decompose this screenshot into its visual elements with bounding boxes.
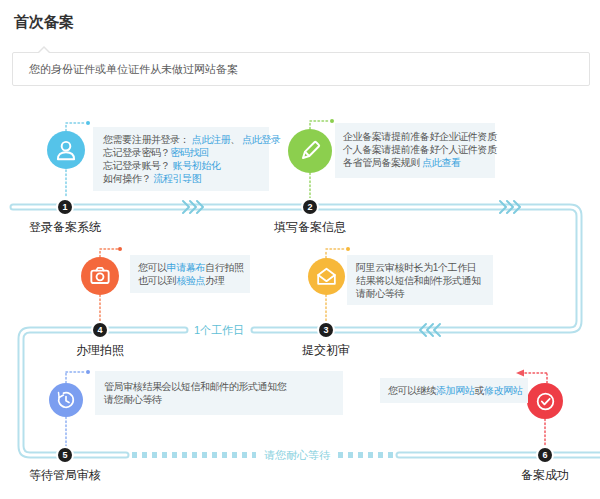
step4-note: 您可以申请幕布自行拍照也可以到核验点办理 xyxy=(130,255,250,293)
link-password-recovery[interactable]: 密码找回 xyxy=(170,147,208,158)
notice-text: 您的身份证件或单位证件从未做过网站备案 xyxy=(29,63,238,75)
link-view-rules[interactable]: 点此查看 xyxy=(422,157,460,168)
step4-badge: 4 xyxy=(93,323,107,337)
user-icon xyxy=(53,137,79,163)
camera-icon xyxy=(87,263,113,289)
pencil-icon xyxy=(296,137,324,165)
link-verification-point[interactable]: 核验点 xyxy=(176,275,205,286)
note-text: 忘记登录账号？ xyxy=(103,160,173,171)
step1-label: 登录备案系统 xyxy=(0,219,135,236)
wait-label: 请您耐心等待 xyxy=(256,448,338,463)
step6-note: 您可以继续添加网站或修改网站 xyxy=(380,378,528,403)
note-text: 如何操作？ xyxy=(103,173,153,184)
step5-badge: 5 xyxy=(58,448,72,462)
note-text: 个人备案请提前准备好个人证件资质 xyxy=(343,144,497,155)
note-text: 结果将以短信和邮件形式通知 xyxy=(356,275,481,286)
note-text: 您可以继续 xyxy=(388,385,436,396)
timer-icon xyxy=(54,388,78,412)
link-add-site[interactable]: 添加网站 xyxy=(436,385,474,396)
step2-note: 企业备案请提前准备好企业证件资质个人备案请提前准备好个人证件资质各省管局备案规则… xyxy=(335,123,495,178)
check-icon xyxy=(533,389,558,414)
link-login[interactable]: 点此登录 xyxy=(242,134,280,145)
step3-note: 阿里云审核时长为1个工作日结果将以短信和邮件形式通知请耐心等待 xyxy=(347,255,493,305)
note-text: 阿里云审核时长为1个工作日 xyxy=(356,262,476,273)
note-text: 或 xyxy=(474,385,484,396)
step6-circle xyxy=(527,383,563,419)
note-text: 也可以到 xyxy=(138,275,176,286)
step3-label: 提交初审 xyxy=(256,342,396,359)
link-account-init[interactable]: 账号初始化 xyxy=(173,160,221,171)
step5-note: 管局审核结果会以短信和邮件的形式通知您请您耐心等待 xyxy=(95,371,343,415)
notice-box: 您的身份证件或单位证件从未做过网站备案 xyxy=(12,52,590,86)
step5-label: 等待管局审核 xyxy=(0,467,135,484)
step3-badge: 3 xyxy=(319,323,333,337)
step5-circle xyxy=(49,383,83,417)
note-text: 请您耐心等待 xyxy=(104,394,162,405)
step3-circle xyxy=(308,258,345,295)
step4-circle xyxy=(81,257,119,295)
page-title: 首次备案 xyxy=(14,13,74,32)
envelope-icon xyxy=(314,264,339,289)
step1-badge: 1 xyxy=(58,200,72,214)
note-text: 各省管局备案规则 xyxy=(343,157,422,168)
step2-badge: 2 xyxy=(303,200,317,214)
note-text: 办理 xyxy=(205,275,224,286)
step6-label: 备案成功 xyxy=(475,467,600,484)
step2-circle xyxy=(288,129,332,173)
note-text: 您需要注册并登录： xyxy=(103,134,192,145)
note-text: 、 xyxy=(230,134,242,145)
note-text: 忘记登录密码？ xyxy=(103,147,170,158)
link-modify-site[interactable]: 修改网站 xyxy=(484,385,522,396)
note-text: 请耐心等待 xyxy=(356,288,404,299)
note-text: 自行拍照 xyxy=(205,262,243,273)
note-text: 企业备案请提前准备好企业证件资质 xyxy=(343,131,497,142)
note-text: 您可以 xyxy=(138,262,167,273)
step6-badge: 6 xyxy=(538,448,552,462)
step2-label: 填写备案信息 xyxy=(240,219,380,236)
link-guide-chart[interactable]: 流程引导图 xyxy=(153,173,201,184)
note-text: 管局审核结果会以短信和邮件的形式通知您 xyxy=(104,381,286,392)
step1-circle xyxy=(47,131,85,169)
step4-label: 办理拍照 xyxy=(30,342,170,359)
arrow-left-icon xyxy=(516,370,524,377)
duration-label: 1个工作日 xyxy=(184,323,254,338)
step1-note: 您需要注册并登录： 点此注册、 点此登录忘记登录密码？密码找回忘记登录账号？ 账… xyxy=(93,127,269,191)
link-register[interactable]: 点此注册 xyxy=(192,134,230,145)
link-apply-curtain[interactable]: 申请幕布 xyxy=(167,262,205,273)
first-filing-flow-page: 首次备案 您的身份证件或单位证件从未做过网站备案 xyxy=(0,0,600,499)
